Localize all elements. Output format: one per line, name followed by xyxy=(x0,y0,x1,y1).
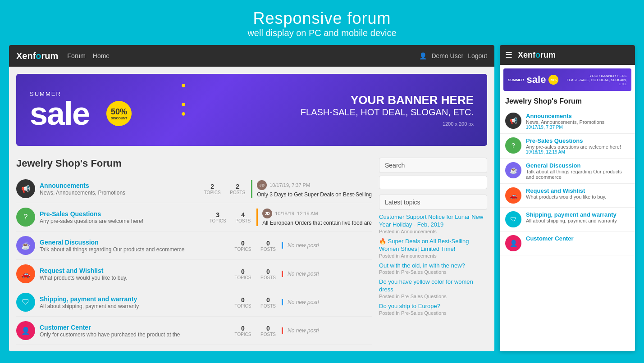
user-icon: 👤 xyxy=(419,52,427,59)
mobile-forum-name[interactable]: Request and Wishlist xyxy=(526,187,606,194)
banner-right: YOUR BANNER HERE FLASH-SALE, HOT DEAL, S… xyxy=(301,93,474,127)
forum-row: ☕ General Discussion Talk about all thin… xyxy=(16,231,372,260)
mobile-summer: SUMMER xyxy=(508,78,524,82)
mobile-forum-name[interactable]: Customer Center xyxy=(526,235,573,242)
mobile-forum-name[interactable]: Shipping, payment and warranty xyxy=(526,211,617,218)
posts-label: POSTS xyxy=(259,247,277,252)
no-new-post: No new post! xyxy=(288,242,372,249)
mobile-forum-name[interactable]: Announcements xyxy=(526,113,604,119)
no-new-post: No new post! xyxy=(288,327,372,334)
forum-name[interactable]: Customer Center xyxy=(40,324,91,331)
forum-info: Shipping, payment and warranty All about… xyxy=(40,295,229,309)
forum-desc: What products would you like to buy. xyxy=(40,275,229,281)
search-label: Search xyxy=(379,158,487,173)
hamburger-icon[interactable]: ☰ xyxy=(505,50,512,60)
banner-sale: sale xyxy=(30,97,89,130)
posts-label: POSTS xyxy=(259,275,277,280)
mobile-forum-date: 10/17/19, 7:37 PM xyxy=(526,125,604,130)
topic-link[interactable]: Out with the old, in with the new? xyxy=(379,262,487,270)
mobile-forum-desc: News, Announcements, Promotions xyxy=(526,119,604,125)
posts-label: POSTS xyxy=(234,218,252,223)
demo-user: Demo User xyxy=(431,52,463,59)
mobile-forum-info: Request and Wishlist What products would… xyxy=(526,187,606,200)
topics-label: TOPICS xyxy=(234,247,252,252)
post-avatar: JD xyxy=(257,180,267,190)
posts-count: 4 xyxy=(234,211,252,218)
posts-count: 0 xyxy=(259,240,277,247)
mobile-forum-name[interactable]: Pre-Sales Questions xyxy=(526,137,621,144)
mobile-banner: SUMMER sale 50% YOUR BANNER HERE FLASH-S… xyxy=(503,68,631,91)
page-header: Responsive forum well display on PC and … xyxy=(0,0,644,45)
posts-label: POSTS xyxy=(228,190,247,195)
mobile-forum-info: Shipping, payment and warranty All about… xyxy=(526,211,617,223)
mobile-forum-desc: All about shipping, payment and warranty xyxy=(526,218,617,223)
topics-count: 0 xyxy=(234,325,252,332)
nav-forum[interactable]: Forum xyxy=(67,52,85,59)
forum-stats: 3 TOPICS 4 POSTS xyxy=(209,211,252,223)
banner-decoration: ●●● xyxy=(181,81,186,118)
mobile-forum-info: General Discussion Talk about all things… xyxy=(526,162,630,180)
posts-label: POSTS xyxy=(259,304,277,309)
topic-link[interactable]: Do you have yellow color for women dress xyxy=(379,278,487,294)
topic-posted-in: Posted in Pre-Sales Questions xyxy=(379,310,487,316)
topics-stat: 0 TOPICS xyxy=(234,240,252,252)
mobile-forum-icon: 🚗 xyxy=(505,187,521,204)
search-input[interactable] xyxy=(379,176,487,189)
navbar-links: Forum Home xyxy=(67,52,110,59)
no-new-post: No new post! xyxy=(288,299,372,305)
mobile-banner-line1: YOUR BANNER HERE xyxy=(558,74,627,78)
topics-label: TOPICS xyxy=(234,332,252,337)
navbar-brand[interactable]: Xenforum xyxy=(16,51,58,61)
post-title: Only 3 Days to Get Super Deals on Best-S… xyxy=(257,191,372,198)
mobile-forum-name[interactable]: General Discussion xyxy=(526,162,630,169)
banner-tagline: FLASH-SALE, HOT DEAL, SLOGAN, ETC. xyxy=(301,107,474,118)
mobile-panel: ☰ Xenforum SUMMER sale 50% YOUR BANNER H… xyxy=(500,45,635,351)
forum-stats: 0 TOPICS 0 POSTS xyxy=(234,268,277,280)
topics-stat: 0 TOPICS xyxy=(234,268,252,280)
forum-info: Request and Wishlist What products would… xyxy=(40,267,229,281)
mobile-banner-left: SUMMER sale 50% xyxy=(508,74,558,86)
posts-label: POSTS xyxy=(259,332,277,337)
mobile-forum-rows: 📢 Announcements News, Announcements, Pro… xyxy=(500,109,635,255)
forum-desc: Any pre-sales questions are welcome here… xyxy=(40,218,204,224)
forum-name[interactable]: Request and Wishlist xyxy=(40,267,103,274)
mobile-forum-desc: What products would you like to buy. xyxy=(526,194,606,200)
logout-button[interactable]: Logout xyxy=(468,52,487,59)
mobile-sale: sale xyxy=(527,74,546,86)
banner-left: SUMMER sale 50% DISCOUNT xyxy=(30,91,89,130)
forum-info: Customer Center Only for customers who h… xyxy=(40,323,229,338)
forum-right: Search Latest topics Customer Support No… xyxy=(379,158,487,345)
mobile-forum-icon: 👤 xyxy=(505,235,521,251)
posts-count: 0 xyxy=(259,296,277,304)
topics-count: 2 xyxy=(203,183,221,190)
forum-stats: 2 TOPICS 2 POSTS xyxy=(203,183,247,195)
forum-name[interactable]: Announcements xyxy=(40,182,89,189)
forum-name[interactable]: Shipping, payment and warranty xyxy=(40,295,137,303)
forum-icon: ? xyxy=(16,208,35,227)
topic-posted-in: Posted in Announcements xyxy=(379,229,487,234)
mobile-forum-info: Customer Center xyxy=(526,235,573,242)
forum-desc: Talk about all things regarding Our prod… xyxy=(40,246,229,253)
last-post: No new post! xyxy=(282,327,372,334)
nav-home[interactable]: Home xyxy=(93,52,110,59)
last-post: No new post! xyxy=(282,299,372,305)
mobile-forum-desc: Talk about all things regarding Our prod… xyxy=(526,169,630,180)
posts-stat: 0 POSTS xyxy=(259,240,277,252)
topic-link[interactable]: Customer Support Notice for Lunar New Ye… xyxy=(379,213,487,229)
topics-count: 3 xyxy=(209,211,227,218)
navbar-right: 👤 Demo User Logout xyxy=(419,52,487,59)
forum-row: 📢 Announcements News, Announcements, Pro… xyxy=(16,175,372,203)
latest-topic-item: Out with the old, in with the new? Poste… xyxy=(379,262,487,275)
forum-stats: 0 TOPICS 0 POSTS xyxy=(234,240,277,252)
topic-link[interactable]: Do you ship to Europe? xyxy=(379,303,487,310)
posts-stat: 4 POSTS xyxy=(234,211,252,223)
latest-topic-item: Do you have yellow color for women dress… xyxy=(379,278,487,299)
post-avatar: JD xyxy=(262,209,272,218)
posts-stat: 2 POSTS xyxy=(228,183,247,195)
topics-count: 0 xyxy=(234,296,252,304)
forum-name[interactable]: Pre-Sales Questions xyxy=(40,210,101,218)
forum-name[interactable]: General Discussion xyxy=(40,239,99,246)
mobile-navbar: ☰ Xenforum xyxy=(500,45,635,65)
topic-link[interactable]: 🔥 Super Deals on All Best-Selling Women … xyxy=(379,238,487,253)
desktop-panel: Xenforum Forum Home 👤 Demo User Logout S… xyxy=(9,45,494,351)
